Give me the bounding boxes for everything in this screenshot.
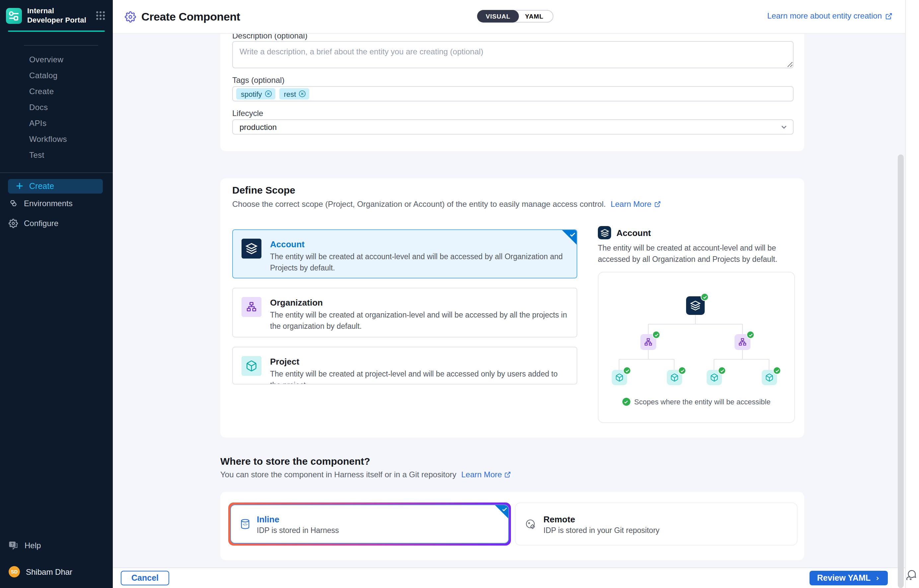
page-title: Create Component bbox=[141, 10, 240, 24]
cancel-button[interactable]: Cancel bbox=[121, 571, 169, 585]
sidebar-item-overview[interactable]: Overview bbox=[0, 52, 113, 67]
sidebar-item-apis[interactable]: APIs bbox=[0, 115, 113, 131]
storage-option-title: Remote bbox=[543, 514, 660, 524]
inline-database-icon: </> bbox=[240, 519, 250, 530]
learn-more-label: Learn more about entity creation bbox=[767, 11, 882, 21]
sidebar: Internal Developer Portal Overview Catal… bbox=[0, 0, 113, 588]
diagram-project-node bbox=[762, 370, 777, 385]
chevron-down-icon bbox=[780, 123, 788, 131]
diagram-project-node bbox=[667, 370, 682, 385]
check-badge bbox=[652, 331, 660, 339]
scope-option-description: The entity will be created at account-le… bbox=[270, 251, 570, 273]
scope-learn-more-link[interactable]: Learn More bbox=[611, 200, 661, 209]
sidebar-create-button[interactable]: Create bbox=[8, 179, 103, 193]
page-header: Create Component VISUAL YAML Learn more … bbox=[113, 0, 919, 34]
chat-support-icon[interactable] bbox=[906, 569, 918, 583]
remove-tag-icon[interactable] bbox=[298, 90, 306, 97]
scope-option-description: The entity will be created at organizati… bbox=[270, 310, 570, 332]
diagram-caption-text: Scopes where the entity will be accessib… bbox=[634, 398, 771, 406]
toggle-visual[interactable]: VISUAL bbox=[477, 10, 519, 23]
chevron-right-icon bbox=[875, 575, 880, 581]
scope-option-description: The entity will be created at project-le… bbox=[270, 368, 570, 384]
check-badge bbox=[678, 367, 686, 375]
app-grid-icon[interactable] bbox=[96, 11, 105, 20]
scope-section-subtitle: Choose the correct scope (Project, Organ… bbox=[232, 200, 661, 209]
description-textarea[interactable] bbox=[232, 41, 794, 68]
sidebar-item-workflows[interactable]: Workflows bbox=[0, 131, 113, 147]
tag-chip-label: rest bbox=[284, 90, 296, 98]
sidebar-item-create[interactable]: Create bbox=[0, 83, 113, 99]
diagram-org-node bbox=[640, 334, 656, 350]
scope-option-title: Account bbox=[270, 239, 305, 249]
remote-git-icon bbox=[525, 518, 537, 530]
sidebar-item-environments[interactable]: Environments bbox=[0, 193, 113, 213]
tag-chip: rest bbox=[279, 88, 310, 99]
brand-name: Internal Developer Portal bbox=[27, 6, 91, 25]
sidebar-item-catalog[interactable]: Catalog bbox=[0, 67, 113, 83]
remove-tag-icon[interactable] bbox=[265, 90, 272, 97]
scope-option-project[interactable]: Project The entity will be created at pr… bbox=[232, 347, 577, 384]
scope-learn-more-label: Learn More bbox=[611, 200, 652, 209]
selected-check-badge bbox=[562, 230, 577, 245]
tag-chip-label: spotify bbox=[241, 90, 262, 98]
learn-more-entity-creation-link[interactable]: Learn more about entity creation bbox=[767, 11, 893, 21]
check-badge bbox=[773, 367, 781, 375]
scope-option-account[interactable]: Account The entity will be created at ac… bbox=[232, 229, 577, 278]
sidebar-user[interactable]: SD Shibam Dhar bbox=[0, 556, 113, 583]
vertical-scrollbar[interactable] bbox=[898, 155, 904, 588]
check-badge bbox=[701, 293, 709, 301]
storage-option-description: IDP is stored in Harness bbox=[257, 526, 339, 534]
sidebar-help-label: Help bbox=[24, 541, 41, 550]
scope-subtitle-text: Choose the correct scope (Project, Organ… bbox=[232, 200, 606, 209]
storage-options-panel: </> Inline IDP is stored in Harness bbox=[220, 492, 804, 560]
storage-subtitle-text: You can store the component in Harness i… bbox=[220, 470, 457, 479]
tags-input[interactable]: spotify rest bbox=[232, 86, 794, 102]
user-avatar: SD bbox=[9, 566, 20, 577]
scope-option-organization[interactable]: Organization The entity will be created … bbox=[232, 288, 577, 338]
storage-section-subtitle: You can store the component in Harness i… bbox=[220, 470, 511, 479]
diagram-project-node bbox=[612, 370, 627, 385]
diagram-caption: Scopes where the entity will be accessib… bbox=[598, 398, 794, 406]
tag-chip: spotify bbox=[236, 88, 276, 99]
visual-yaml-toggle: VISUAL YAML bbox=[477, 10, 553, 23]
brand-accent-divider bbox=[8, 30, 105, 31]
storage-learn-more-link[interactable]: Learn More bbox=[461, 470, 511, 479]
external-link-icon bbox=[654, 201, 661, 207]
svg-text:?: ? bbox=[11, 542, 14, 547]
organization-hierarchy-icon bbox=[242, 297, 261, 317]
storage-option-remote[interactable]: Remote IDP is stored in your Git reposit… bbox=[515, 502, 797, 546]
storage-option-title: Inline bbox=[257, 514, 339, 524]
plus-icon bbox=[16, 182, 23, 190]
diagram-org-node bbox=[734, 334, 750, 350]
sidebar-item-docs[interactable]: Docs bbox=[0, 99, 113, 115]
harness-logo-icon bbox=[6, 8, 22, 24]
check-badge bbox=[747, 331, 754, 339]
sidebar-item-configure[interactable]: Configure bbox=[0, 213, 113, 233]
diagram-project-node bbox=[707, 370, 722, 385]
lifecycle-select[interactable]: production bbox=[232, 120, 794, 134]
sidebar-help[interactable]: ? Help bbox=[0, 536, 113, 556]
gear-icon bbox=[9, 218, 18, 228]
check-badge bbox=[622, 398, 630, 406]
storage-option-inline[interactable]: </> Inline IDP is stored in Harness bbox=[228, 502, 511, 546]
tags-label: Tags (optional) bbox=[232, 76, 284, 85]
diagram-account-node bbox=[686, 296, 705, 315]
review-yaml-button[interactable]: Review YAML bbox=[810, 571, 888, 585]
help-chat-icon: ? bbox=[9, 541, 19, 550]
svg-text:</>: </> bbox=[243, 523, 248, 527]
environments-icon bbox=[9, 199, 18, 207]
storage-option-description: IDP is stored in your Git repository bbox=[543, 526, 660, 534]
scope-detail-description: The entity will be created at account-le… bbox=[598, 242, 798, 265]
user-name: Shibam Dhar bbox=[26, 567, 72, 577]
scope-option-title: Project bbox=[270, 357, 299, 367]
app-root: Internal Developer Portal Overview Catal… bbox=[0, 0, 919, 588]
storage-section-header: Where to store the component? You can st… bbox=[220, 456, 511, 479]
review-yaml-label: Review YAML bbox=[817, 573, 870, 583]
sidebar-item-test[interactable]: Test bbox=[0, 147, 113, 163]
sidebar-bottom: ? Help SD Shibam Dhar bbox=[0, 536, 113, 588]
selected-check-badge bbox=[495, 505, 508, 519]
define-scope-panel: Define Scope Choose the correct scope (P… bbox=[220, 178, 804, 438]
action-footer: Cancel Review YAML bbox=[113, 567, 919, 588]
component-gear-icon bbox=[125, 11, 136, 23]
brand-row: Internal Developer Portal bbox=[0, 0, 113, 30]
